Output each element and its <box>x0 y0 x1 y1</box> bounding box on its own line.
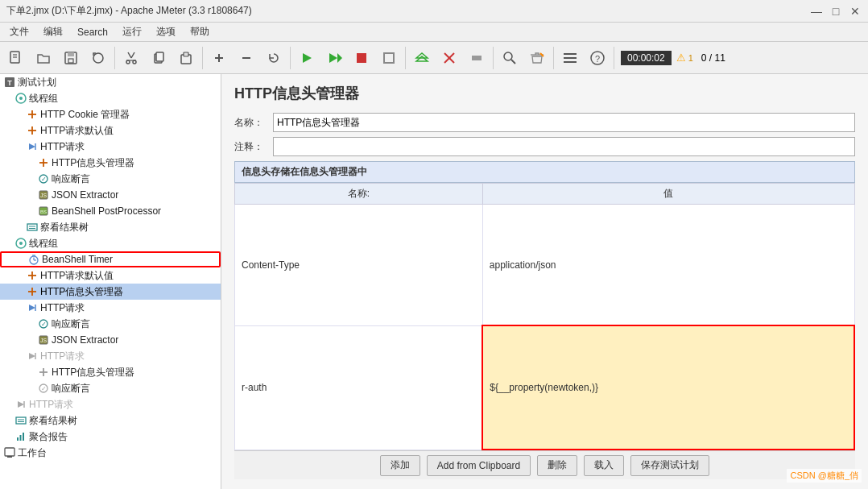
tree-item-httpheader1[interactable]: HTTP信息头管理器 <box>0 155 221 171</box>
tree-container: T测试计划线程组HTTP Cookie 管理器HTTP请求默认值HTTP请求HT… <box>0 74 221 461</box>
row-name: Content-Type <box>235 205 483 326</box>
svg-text:✓: ✓ <box>41 321 47 328</box>
menu-options[interactable]: 选项 <box>150 23 182 40</box>
tree-item-httpdefault[interactable]: HTTP请求默认值 <box>0 122 221 139</box>
col-name: 名称: <box>235 184 483 205</box>
tree-item-httpcookie[interactable]: HTTP Cookie 管理器 <box>0 106 221 122</box>
close-button[interactable]: ✕ <box>849 5 862 18</box>
reset-button[interactable] <box>261 45 287 71</box>
menu-help[interactable]: 帮助 <box>184 23 216 40</box>
table-body: Content-Typeapplication/jsonr-auth${__pr… <box>235 205 855 450</box>
tree-item-viewresults1[interactable]: 察看结果树 <box>0 219 221 235</box>
start-no-pause-button[interactable] <box>321 45 347 71</box>
clear-button[interactable] <box>524 45 550 71</box>
svg-point-36 <box>19 97 23 100</box>
tree-item-httpdefault2[interactable]: HTTP请求默认值 <box>0 267 221 284</box>
tree-item-jsonextract2[interactable]: JSJSON Extractor <box>0 332 221 348</box>
paste-button[interactable] <box>173 45 199 71</box>
name-input[interactable] <box>273 113 855 132</box>
tree-item-httpreq1[interactable]: HTTP请求 <box>0 139 221 155</box>
item-icon <box>14 237 27 250</box>
menu-run[interactable]: 运行 <box>116 23 148 40</box>
sep2 <box>202 47 203 69</box>
svg-rect-17 <box>357 53 366 63</box>
svg-text:✓: ✓ <box>41 385 47 392</box>
cut-button[interactable] <box>118 45 144 71</box>
tree-item-httpreq4[interactable]: HTTP请求 <box>0 396 221 412</box>
tree-item-viewresults2[interactable]: 察看结果树 <box>0 412 221 429</box>
svg-marker-19 <box>416 53 428 58</box>
copy-button[interactable] <box>146 45 172 71</box>
list-button[interactable] <box>557 45 583 71</box>
item-icon <box>14 430 27 443</box>
item-label: 测试计划 <box>18 76 56 89</box>
item-label: 察看结果树 <box>40 221 89 234</box>
save-button[interactable] <box>58 45 84 71</box>
svg-text:JS: JS <box>40 338 48 343</box>
svg-text:✓: ✓ <box>41 176 47 183</box>
svg-rect-78 <box>16 417 26 424</box>
table-row[interactable]: r-auth${__property(newtoken,)} <box>235 325 855 450</box>
svg-rect-10 <box>184 52 188 56</box>
tree-item-testplan[interactable]: T测试计划 <box>0 74 221 90</box>
stop-button[interactable] <box>349 45 374 71</box>
item-label: HTTP请求默认值 <box>40 124 114 138</box>
svg-rect-51 <box>27 224 37 230</box>
table-row[interactable]: Content-Typeapplication/json <box>235 205 855 326</box>
tree-item-threadgroup1[interactable]: 线程组 <box>0 90 221 106</box>
item-icon: ✓ <box>37 317 50 330</box>
svg-rect-5 <box>68 59 73 63</box>
maximize-button[interactable]: □ <box>829 5 842 18</box>
remote-stop-button[interactable] <box>436 45 462 71</box>
load-button[interactable]: 载入 <box>584 455 624 476</box>
save-test-plan-button[interactable]: 保存测试计划 <box>630 455 709 476</box>
open-button[interactable] <box>31 45 56 71</box>
tree-item-beanshell1[interactable]: BSBeanShell PostProcessor <box>0 203 221 219</box>
item-label: HTTP请求 <box>40 301 85 315</box>
item-icon <box>37 156 50 169</box>
shutdown-button[interactable] <box>376 45 402 71</box>
item-label: 察看结果树 <box>29 414 77 428</box>
tree-item-httpreq2[interactable]: HTTP请求 <box>0 300 221 316</box>
window-controls: — □ ✕ <box>810 5 862 18</box>
menu-file[interactable]: 文件 <box>3 23 35 40</box>
tree-item-httpreq3[interactable]: HTTP请求 <box>0 348 221 364</box>
item-icon <box>14 92 27 105</box>
tree-item-threadgroup2[interactable]: 线程组 <box>0 235 221 251</box>
tree-item-response1[interactable]: ✓响应断言 <box>0 171 221 187</box>
minimize-button[interactable]: — <box>810 5 823 18</box>
item-label: HTTP信息头管理器 <box>40 285 123 299</box>
item-label: JSON Extractor <box>52 334 118 346</box>
main-layout: T测试计划线程组HTTP Cookie 管理器HTTP请求默认值HTTP请求HT… <box>0 74 868 489</box>
revert-button[interactable] <box>85 45 111 71</box>
svg-rect-85 <box>7 456 12 458</box>
new-button[interactable] <box>3 45 29 71</box>
tree-item-aggregatereport[interactable]: 聚合报告 <box>0 429 221 445</box>
comment-input[interactable] <box>273 137 855 156</box>
sep1 <box>114 47 115 69</box>
remote-start-button[interactable] <box>409 45 435 71</box>
tree-item-workspace[interactable]: 工作台 <box>0 445 221 461</box>
add-from-clipboard-button[interactable]: Add from Clipboard <box>427 455 531 476</box>
help-button[interactable]: ? <box>585 45 610 71</box>
menu-edit[interactable]: 编辑 <box>37 23 69 40</box>
tree-item-jsonextract1[interactable]: JSJSON Extractor <box>0 187 221 203</box>
menu-search[interactable]: Search <box>71 25 114 39</box>
window-title: 下单2.jmx (D:\下单2.jmx) - Apache JMeter (3.… <box>6 4 252 18</box>
tree-item-response3[interactable]: ✓响应断言 <box>0 380 221 396</box>
search-button[interactable] <box>497 45 523 71</box>
remote-stop2-button[interactable] <box>464 45 490 71</box>
expand-button[interactable] <box>206 45 232 71</box>
add-button[interactable]: 添加 <box>380 455 420 476</box>
item-icon <box>26 108 39 121</box>
tree-item-beanshelltimer[interactable]: BeanShell Timer <box>0 251 221 267</box>
tree-item-httpheader3[interactable]: HTTP信息头管理器 <box>0 364 221 380</box>
sep3 <box>290 47 291 69</box>
delete-button[interactable]: 删除 <box>537 455 577 476</box>
row-value: ${__property(newtoken,)} <box>482 325 854 450</box>
title-bar: 下单2.jmx (D:\下单2.jmx) - Apache JMeter (3.… <box>0 0 868 23</box>
collapse-button[interactable] <box>234 45 259 71</box>
tree-item-httpheader2[interactable]: HTTP信息头管理器 <box>0 284 221 300</box>
start-button[interactable] <box>294 45 320 71</box>
tree-item-response2[interactable]: ✓响应断言 <box>0 316 221 332</box>
